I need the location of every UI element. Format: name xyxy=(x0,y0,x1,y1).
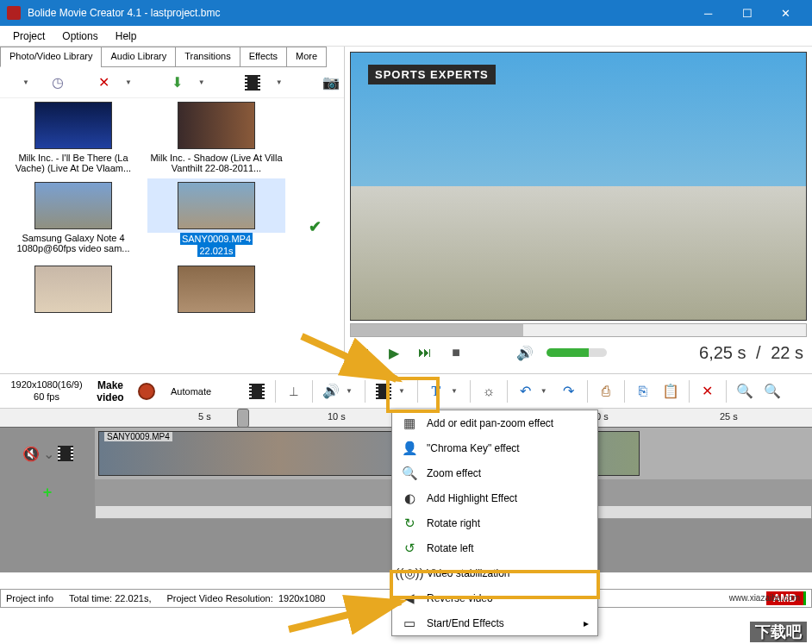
watermark-logo: 下载吧 xyxy=(750,622,807,642)
chromakey-icon: 👤 xyxy=(401,440,418,457)
tab-effects[interactable]: Effects xyxy=(240,47,287,67)
project-resolution-info: 1920x1080(16/9) 60 fps xyxy=(7,379,86,402)
save-snapshot-button[interactable]: ⎙ xyxy=(595,380,617,403)
library-item[interactable]: Samsung Galaxy Note 4 1080p@60fps video … xyxy=(4,178,142,257)
maximize-button[interactable]: ☐ xyxy=(728,0,766,26)
menu-start-end-effects[interactable]: ▭Start/End Effects▸ xyxy=(392,610,597,635)
recent-button[interactable]: ◷ xyxy=(52,72,64,93)
record-button[interactable] xyxy=(138,383,155,400)
film-icon xyxy=(58,446,73,461)
library-item-duration: 22.021s xyxy=(197,245,234,257)
menu-project[interactable]: Project xyxy=(4,28,53,45)
library-tabs: Photo/Video Library Audio Library Transi… xyxy=(0,47,344,67)
tab-photo-video-library[interactable]: Photo/Video Library xyxy=(0,47,102,67)
library-item-caption: SANY0009.MP4 xyxy=(180,233,253,245)
library-item-caption: Samsung Galaxy Note 4 1080p@60fps video … xyxy=(4,233,142,253)
preview-panel: SPORTS EXPERTS ⏮ ▶ ⏭ ■ 🔊 6,25 s / 22 s xyxy=(345,47,812,373)
zoom-icon: 🔍 xyxy=(401,465,418,482)
preview-banner: SPORTS EXPERTS xyxy=(368,65,496,84)
delete-clip-button[interactable]: ✕ xyxy=(696,380,719,403)
redo-button[interactable]: ↷ xyxy=(558,380,580,403)
library-item-selected[interactable]: ✔ SANY0009.MP4 22.021s xyxy=(147,178,285,257)
library-item-caption: Milk Inc. - Shadow (Live At Villa Vanthi… xyxy=(147,153,285,173)
status-projectinfo: Project info xyxy=(6,593,53,603)
menu-highlight-effect[interactable]: ◐Add Highlight Effect xyxy=(392,485,597,510)
stabilization-icon: ((◎)) xyxy=(401,565,418,582)
menubar: Project Options Help xyxy=(0,26,812,47)
add-track-button[interactable]: + xyxy=(43,484,53,502)
text-button[interactable]: T xyxy=(425,380,447,403)
submenu-arrow-icon: ▸ xyxy=(584,617,589,629)
playback-controls: ⏮ ▶ ⏭ ■ 🔊 6,25 s / 22 s xyxy=(350,337,807,368)
undo-button[interactable]: ↶ xyxy=(515,380,537,403)
current-time: 6,25 s xyxy=(699,343,746,362)
library-toolbar: ▼ ◷ ✕▼ ⬇▼ ▼ 📷 xyxy=(0,67,344,98)
video-preview[interactable]: SPORTS EXPERTS xyxy=(350,52,807,321)
copy-button[interactable]: ⎘ xyxy=(632,380,654,403)
video-effects-dropdown: ▦Add or edit pan-zoom effect 👤"Chroma Ke… xyxy=(391,410,598,636)
automate-button[interactable]: Automate xyxy=(164,383,218,400)
zoom-in-button[interactable]: 🔍 xyxy=(761,380,784,403)
menu-options[interactable]: Options xyxy=(53,28,106,45)
library-item-caption: Milk Inc. - I'll Be There (La Vache) (Li… xyxy=(4,153,142,173)
app-icon xyxy=(7,6,21,20)
paste-button[interactable]: 📋 xyxy=(659,380,682,403)
make-video-button[interactable]: Make video xyxy=(91,378,129,405)
clip-label: SANY0009.MP4 xyxy=(104,432,172,441)
time-separator: / xyxy=(756,343,761,362)
film-button[interactable] xyxy=(245,72,260,93)
zoom-out-button[interactable]: 🔍 xyxy=(734,380,756,403)
volume-slider[interactable] xyxy=(547,348,607,357)
total-time: 22 s xyxy=(771,343,803,362)
library-item[interactable]: Milk Inc. - Shadow (Live At Villa Vanthi… xyxy=(147,98,285,173)
library-panel: Photo/Video Library Audio Library Transi… xyxy=(0,47,345,373)
brightness-button[interactable]: ☼ xyxy=(478,380,500,403)
volume-icon[interactable]: 🔊 xyxy=(515,343,534,362)
split-button[interactable] xyxy=(246,380,268,403)
mute-icon[interactable]: 🔇 xyxy=(22,446,40,462)
highlight-icon: ◐ xyxy=(401,490,418,507)
webcam-button[interactable]: 📷 xyxy=(322,72,340,93)
menu-video-stabilization[interactable]: ((◎))Video stabilization xyxy=(392,560,597,585)
panzoom-icon: ▦ xyxy=(401,415,418,432)
video-track-header: 🔇 ⌄ xyxy=(0,428,95,479)
titlebar: Bolide Movie Creator 4.1 - lastproject.b… xyxy=(0,0,812,26)
rotate-right-icon: ↻ xyxy=(401,515,418,532)
menu-chroma-key[interactable]: 👤"Chroma Key" effect xyxy=(392,435,597,460)
close-button[interactable]: ✕ xyxy=(766,0,805,26)
menu-reverse-video[interactable]: ◀Reverse video xyxy=(392,585,597,610)
tab-more[interactable]: More xyxy=(286,47,327,67)
stop-button[interactable]: ■ xyxy=(447,343,465,362)
minimize-button[interactable]: ─ xyxy=(689,0,728,26)
collapse-icon[interactable]: ⌄ xyxy=(43,446,54,462)
tab-transitions[interactable]: Transitions xyxy=(175,47,240,67)
delete-button[interactable]: ✕ xyxy=(98,72,109,93)
download-button[interactable]: ⬇ xyxy=(172,72,183,93)
menu-pan-zoom[interactable]: ▦Add or edit pan-zoom effect xyxy=(392,410,597,435)
menu-help[interactable]: Help xyxy=(107,28,146,45)
check-icon: ✔ xyxy=(309,217,322,236)
menu-rotate-left[interactable]: ↺Rotate left xyxy=(392,535,597,560)
library-item[interactable] xyxy=(147,262,285,316)
annotation-arrow-2 xyxy=(280,595,418,638)
rotate-left-icon: ↺ xyxy=(401,540,418,557)
library-item[interactable] xyxy=(4,262,142,316)
menu-rotate-right[interactable]: ↻Rotate right xyxy=(392,510,597,535)
watermark-url: www.xiazaiba.com xyxy=(729,593,800,603)
window-title: Bolide Movie Creator 4.1 - lastproject.b… xyxy=(28,7,689,19)
tab-audio-library[interactable]: Audio Library xyxy=(101,47,176,67)
annotation-arrow-1 xyxy=(293,328,414,397)
menu-zoom-effect[interactable]: 🔍Zoom effect xyxy=(392,460,597,485)
playhead[interactable] xyxy=(237,409,249,428)
next-frame-button[interactable]: ⏭ xyxy=(415,343,434,362)
preview-seekbar[interactable] xyxy=(350,323,807,337)
library-item[interactable]: Milk Inc. - I'll Be There (La Vache) (Li… xyxy=(4,98,142,173)
